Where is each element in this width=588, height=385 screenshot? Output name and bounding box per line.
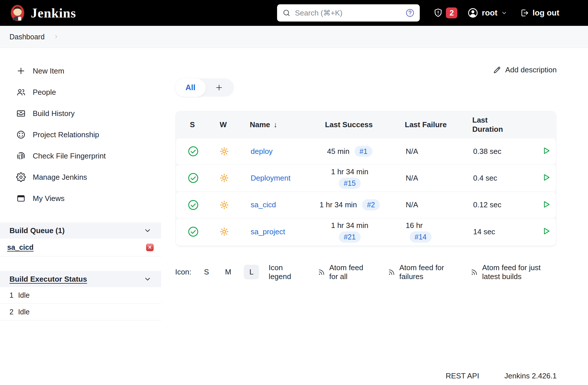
logout-button[interactable]: log out (520, 8, 559, 18)
sidebar-item-label: Build History (33, 109, 75, 118)
table-row: sa_project 1 hr 34 min #21 16 hr #14 14 … (176, 218, 556, 245)
search-bar[interactable] (277, 4, 420, 22)
queued-job-link[interactable]: sa_cicd (7, 243, 34, 251)
executor-row: 1 Idle (0, 287, 161, 304)
chevron-down-icon (501, 9, 508, 16)
last-success-value: 1 hr 34 min (331, 221, 368, 230)
last-failure-value: N/A (390, 174, 465, 183)
run-build-button[interactable] (541, 226, 552, 238)
atom-feed-latest-link[interactable]: Atom feed for just latest builds (470, 263, 557, 281)
build-number-badge[interactable]: #14 (410, 231, 432, 243)
search-icon (282, 9, 291, 17)
cancel-build-icon[interactable]: ✕ (146, 244, 154, 251)
rest-api-link[interactable]: REST API (446, 372, 479, 380)
main-content: Add description All S W Name ↓ Last Succ… (161, 48, 588, 385)
column-header-weather[interactable]: W (220, 120, 227, 129)
sidebar-item-new-item[interactable]: New Item (0, 60, 161, 82)
fingerprint-icon (16, 151, 26, 161)
user-menu-button[interactable]: root (467, 7, 507, 19)
notification-count-badge: 2 (446, 7, 457, 18)
weather-sun-icon[interactable] (218, 146, 230, 157)
column-header-last-duration[interactable]: Last Duration (464, 115, 510, 134)
sidebar-item-people[interactable]: People (0, 82, 161, 103)
last-duration-value: 0.4 sec (465, 174, 536, 183)
last-duration-value: 0.38 sec (465, 147, 536, 156)
breadcrumb-dashboard-link[interactable]: Dashboard (9, 33, 45, 41)
table-footer-links: Icon: S M L Icon legend Atom feed for al… (175, 263, 557, 281)
icon-legend-link[interactable]: Icon legend (269, 263, 299, 281)
sidebar-item-label: My Views (33, 194, 65, 203)
build-number-badge[interactable]: #21 (339, 231, 361, 243)
icon-size-large-button[interactable]: L (244, 265, 259, 279)
user-avatar-icon (467, 7, 479, 19)
build-number-badge[interactable]: #1 (355, 146, 372, 157)
build-number-badge[interactable]: #2 (362, 199, 380, 210)
run-build-button[interactable] (541, 199, 552, 211)
job-link[interactable]: Deployment (251, 174, 291, 182)
column-header-status[interactable]: S (190, 120, 195, 129)
build-executor-title-link[interactable]: Build Executor Status (9, 275, 87, 284)
add-description-label: Add description (505, 65, 557, 74)
icon-size-medium-button[interactable]: M (222, 265, 235, 279)
sidebar-item-project-relationship[interactable]: Project Relationship (0, 124, 161, 145)
sidebar-item-build-history[interactable]: Build History (0, 103, 161, 124)
pencil-icon (493, 66, 501, 74)
weather-sun-icon[interactable] (218, 172, 230, 184)
atom-feed-all-link[interactable]: Atom feed for all (318, 263, 369, 281)
breadcrumb-chevron-icon (53, 34, 59, 40)
collapse-chevron-icon[interactable] (143, 226, 152, 235)
search-input[interactable] (295, 9, 401, 18)
column-header-last-success[interactable]: Last Success (325, 120, 373, 129)
last-failure-value: N/A (390, 200, 465, 209)
add-description-button[interactable]: Add description (175, 65, 557, 74)
jenkins-home-link[interactable]: Jenkins (9, 4, 76, 22)
plus-icon (215, 83, 223, 92)
table-header-row: S W Name ↓ Last Success Last Failure Las… (175, 111, 557, 138)
build-executor-panel: Build Executor Status 1 Idle 2 Idle (0, 271, 161, 320)
tab-all[interactable]: All (175, 78, 206, 97)
brand-wordmark: Jenkins (31, 5, 76, 21)
job-link[interactable]: deploy (251, 147, 273, 156)
column-header-last-failure[interactable]: Last Failure (389, 120, 464, 129)
sidebar-item-label: Check File Fingerprint (33, 152, 106, 160)
status-success-icon[interactable] (187, 199, 199, 211)
run-build-button[interactable] (541, 172, 552, 184)
sidebar-item-label: Project Relationship (33, 130, 99, 139)
sidebar-item-label: Manage Jenkins (33, 173, 87, 182)
logout-label: log out (533, 8, 559, 18)
job-link[interactable]: sa_project (251, 227, 285, 236)
build-queue-panel: Build Queue (1) sa_cicd ✕ (0, 223, 161, 256)
sidebar-item-check-file-fingerprint[interactable]: Check File Fingerprint (0, 145, 161, 167)
executor-number: 1 (9, 291, 13, 299)
status-success-icon[interactable] (187, 172, 199, 184)
gear-icon (16, 172, 26, 182)
security-alerts-button[interactable]: 2 (433, 7, 457, 18)
shield-warning-icon (433, 8, 443, 18)
sidebar-menu: New Item People Build History Project Re… (0, 48, 161, 209)
job-link[interactable]: sa_cicd (251, 200, 276, 209)
sidebar-item-manage-jenkins[interactable]: Manage Jenkins (0, 167, 161, 188)
executor-row: 2 Idle (0, 304, 161, 320)
build-executor-header: Build Executor Status (0, 271, 161, 287)
status-success-icon[interactable] (187, 226, 199, 238)
run-build-button[interactable] (541, 145, 552, 157)
table-row: sa_cicd 1 hr 34 min #2 N/A 0.12 sec (176, 192, 556, 218)
status-success-icon[interactable] (187, 145, 199, 157)
collapse-chevron-icon[interactable] (143, 275, 152, 283)
plus-icon (16, 66, 26, 76)
new-view-button[interactable] (206, 78, 232, 97)
column-header-name[interactable]: Name ↓ (237, 120, 309, 129)
weather-sun-icon[interactable] (218, 226, 230, 237)
last-failure-value: 16 hr (406, 221, 423, 230)
top-bar: Jenkins 2 root log out (0, 0, 588, 26)
build-queue-item: sa_cicd ✕ (0, 239, 161, 256)
weather-sun-icon[interactable] (218, 199, 230, 211)
build-number-badge[interactable]: #15 (339, 178, 361, 189)
build-queue-header: Build Queue (1) (0, 223, 161, 239)
project-relationship-icon (16, 130, 26, 140)
sort-arrow-icon: ↓ (274, 120, 277, 129)
icon-size-small-button[interactable]: S (200, 265, 212, 279)
atom-feed-failures-link[interactable]: Atom feed for failures (388, 263, 452, 281)
sidebar-item-my-views[interactable]: My Views (0, 188, 161, 209)
search-help-icon[interactable] (405, 8, 415, 18)
